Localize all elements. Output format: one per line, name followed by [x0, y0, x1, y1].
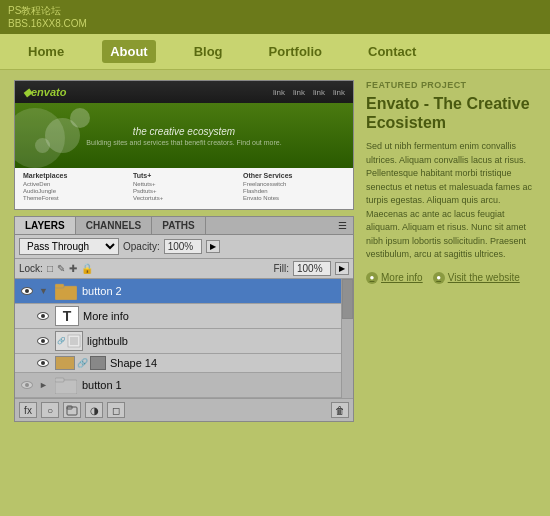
- lock-checkerboard-icon[interactable]: □: [47, 263, 53, 274]
- layer-name-moreinfo: More info: [83, 310, 337, 322]
- preview-area: ◆envato link link link link t: [14, 80, 354, 422]
- wp-col-title: Other Services: [243, 172, 345, 179]
- wp-nav-link: link: [273, 88, 285, 97]
- top-bar: PS教程论坛 BBS.16XX8.COM: [0, 0, 550, 34]
- wp-sub: Building sites and services that benefit…: [86, 139, 281, 146]
- wp-col-title: Tuts+: [133, 172, 235, 179]
- layer-visibility-button1[interactable]: [19, 378, 35, 392]
- wp-body: the creative ecosystem Building sites an…: [15, 103, 353, 168]
- lock-label: Lock:: [19, 263, 43, 274]
- layer-thumb-button2: [54, 281, 78, 301]
- layer-row-button2[interactable]: ▼ button 2: [15, 279, 341, 304]
- layers-tabs: LAYERS CHANNELS PATHS ☰: [15, 217, 353, 235]
- wp-nav-link: link: [313, 88, 325, 97]
- nav-blog[interactable]: Blog: [186, 40, 231, 63]
- tab-channels[interactable]: CHANNELS: [76, 217, 153, 234]
- wp-col-item: ThemeForest: [23, 195, 125, 201]
- layer-row-button1[interactable]: ► button 1: [15, 373, 341, 398]
- wp-nav-link: link: [293, 88, 305, 97]
- lock-all-icon[interactable]: 🔒: [81, 263, 93, 274]
- featured-title: Envato - The Creative Ecosistem: [366, 94, 536, 132]
- wp-col-item: Envato Notes: [243, 195, 345, 201]
- layer-row-shape14[interactable]: 🔗 Shape 14: [15, 354, 341, 373]
- new-group-button[interactable]: [63, 402, 81, 418]
- scrollbar-thumb[interactable]: [342, 279, 353, 319]
- opacity-label: Opacity:: [123, 241, 160, 252]
- featured-sidebar: FEATURED PROJECT Envato - The Creative E…: [366, 80, 536, 422]
- wp-col-1: Marketplaces ActiveDen AudioJungle Theme…: [23, 172, 125, 207]
- wp-col-item: Psdtuts+: [133, 188, 235, 194]
- tab-layers[interactable]: LAYERS: [15, 217, 76, 234]
- wp-nav: link link link link: [273, 88, 345, 97]
- opacity-input[interactable]: [164, 239, 202, 254]
- new-adjustment-button[interactable]: ◑: [85, 402, 103, 418]
- link-icon-shape14: 🔗: [77, 358, 88, 368]
- mask-thumb-shape14: [90, 356, 106, 370]
- wp-tagline: the creative ecosystem: [86, 126, 281, 137]
- featured-label: FEATURED PROJECT: [366, 80, 536, 90]
- fill-input[interactable]: [293, 261, 331, 276]
- layer-visibility-button2[interactable]: [19, 284, 35, 298]
- layers-list-wrapper: ▼ button 2 T More info: [15, 279, 353, 398]
- more-info-icon: ●: [366, 272, 378, 284]
- lock-move-icon[interactable]: ✚: [69, 263, 77, 274]
- layer-visibility-lightbulb[interactable]: [35, 334, 51, 348]
- layers-controls: Pass Through Normal Multiply Opacity: ▶: [15, 235, 353, 259]
- fill-arrow[interactable]: ▶: [335, 262, 349, 275]
- wp-footer: Marketplaces ActiveDen AudioJungle Theme…: [15, 168, 353, 210]
- layer-name-lightbulb: lightbulb: [87, 335, 337, 347]
- wp-col-item: Freelanceswitch: [243, 181, 345, 187]
- layer-visibility-shape14[interactable]: [35, 356, 51, 370]
- site-url: BBS.16XX8.COM: [8, 17, 87, 30]
- tab-paths[interactable]: PATHS: [152, 217, 205, 234]
- layer-thumb-shape14: [55, 356, 75, 370]
- delete-layer-button[interactable]: 🗑: [331, 402, 349, 418]
- wp-col-item: AudioJungle: [23, 188, 125, 194]
- nav-contact[interactable]: Contact: [360, 40, 424, 63]
- expand-icon-button1[interactable]: ►: [39, 380, 48, 390]
- add-style-button[interactable]: fx: [19, 402, 37, 418]
- expand-icon-button2[interactable]: ▼: [39, 286, 48, 296]
- visit-site-link[interactable]: ● Visit the website: [433, 272, 520, 284]
- layer-thumb-button1: [54, 375, 78, 395]
- website-preview: ◆envato link link link link t: [14, 80, 354, 210]
- svg-rect-3: [70, 337, 78, 345]
- fill-label: Fill:: [273, 263, 289, 274]
- wp-col-item: Vectortuts+: [133, 195, 235, 201]
- nav-portfolio[interactable]: Portfolio: [261, 40, 330, 63]
- wp-col-item: Nettuts+: [133, 181, 235, 187]
- layer-thumb-moreinfo: T: [55, 306, 79, 326]
- svg-rect-5: [55, 378, 64, 382]
- layer-visibility-moreinfo[interactable]: [35, 309, 51, 323]
- layer-thumb-lightbulb: 🔗: [55, 331, 83, 351]
- layers-lock-row: Lock: □ ✎ ✚ 🔒 Fill: ▶: [15, 259, 353, 279]
- wp-header: ◆envato link link link link: [15, 81, 353, 103]
- layer-row-moreinfo[interactable]: T More info: [15, 304, 341, 329]
- wp-col-item: Flashden: [243, 188, 345, 194]
- visit-site-icon: ●: [433, 272, 445, 284]
- wp-nav-link: link: [333, 88, 345, 97]
- layers-bottom-bar: fx ○ ◑ ◻ 🗑: [15, 398, 353, 421]
- blend-mode-select[interactable]: Pass Through Normal Multiply: [19, 238, 119, 255]
- layer-name-button1: button 1: [82, 379, 337, 391]
- layer-row-lightbulb[interactable]: 🔗 lightbulb: [15, 329, 341, 354]
- layers-scrollbar[interactable]: [341, 279, 353, 398]
- more-info-link[interactable]: ● More info: [366, 272, 423, 284]
- wp-col-item: ActiveDen: [23, 181, 125, 187]
- main-content: ◆envato link link link link t: [0, 70, 550, 432]
- new-layer-button[interactable]: ◻: [107, 402, 125, 418]
- add-mask-button[interactable]: ○: [41, 402, 59, 418]
- site-info: PS教程论坛 BBS.16XX8.COM: [8, 4, 87, 30]
- layer-name-button2: button 2: [82, 285, 337, 297]
- opacity-arrow[interactable]: ▶: [206, 240, 220, 253]
- wp-col-2: Tuts+ Nettuts+ Psdtuts+ Vectortuts+: [133, 172, 235, 207]
- nav-about[interactable]: About: [102, 40, 156, 63]
- svg-rect-1: [55, 284, 64, 288]
- lock-brush-icon[interactable]: ✎: [57, 263, 65, 274]
- nav-home[interactable]: Home: [20, 40, 72, 63]
- wp-logo: ◆envato: [23, 86, 66, 99]
- layer-name-shape14: Shape 14: [110, 357, 337, 369]
- layers-list: ▼ button 2 T More info: [15, 279, 341, 398]
- panel-menu-icon[interactable]: ☰: [332, 217, 353, 234]
- featured-desc: Sed ut nibh fermentum enim convallis ult…: [366, 140, 536, 262]
